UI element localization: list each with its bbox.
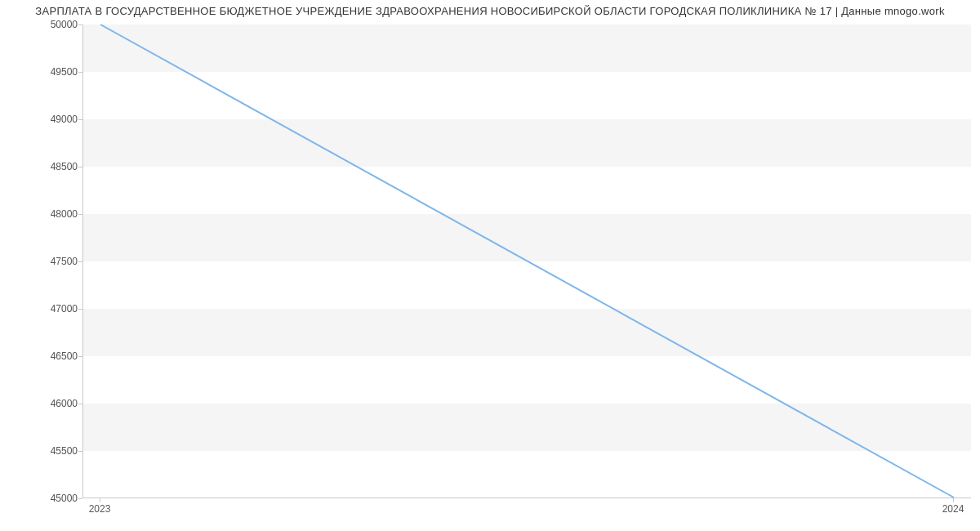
plot-area bbox=[82, 25, 971, 498]
y-tick-label: 48500 bbox=[29, 161, 78, 172]
y-tick-label: 46000 bbox=[29, 398, 78, 409]
y-tick-label: 46500 bbox=[29, 350, 78, 362]
x-tick-mark bbox=[100, 498, 100, 502]
x-tick-label: 2023 bbox=[89, 503, 111, 515]
x-tick-mark bbox=[953, 498, 954, 502]
y-tick-label: 50000 bbox=[29, 19, 78, 30]
y-tick-mark bbox=[78, 498, 82, 499]
series-layer bbox=[83, 25, 971, 498]
y-tick-label: 49000 bbox=[29, 114, 78, 125]
y-tick-label: 45500 bbox=[29, 445, 78, 457]
y-tick-label: 47000 bbox=[29, 303, 78, 315]
chart-title: ЗАРПЛАТА В ГОСУДАРСТВЕННОЕ БЮДЖЕТНОЕ УЧР… bbox=[0, 5, 980, 17]
y-tick-label: 47500 bbox=[29, 256, 78, 267]
y-tick-label: 45000 bbox=[29, 493, 78, 504]
series-line bbox=[100, 25, 954, 498]
y-tick-label: 48000 bbox=[29, 208, 78, 220]
y-tick-label: 49500 bbox=[29, 66, 78, 78]
chart-container: ЗАРПЛАТА В ГОСУДАРСТВЕННОЕ БЮДЖЕТНОЕ УЧР… bbox=[0, 0, 980, 531]
x-tick-label: 2024 bbox=[942, 503, 964, 515]
